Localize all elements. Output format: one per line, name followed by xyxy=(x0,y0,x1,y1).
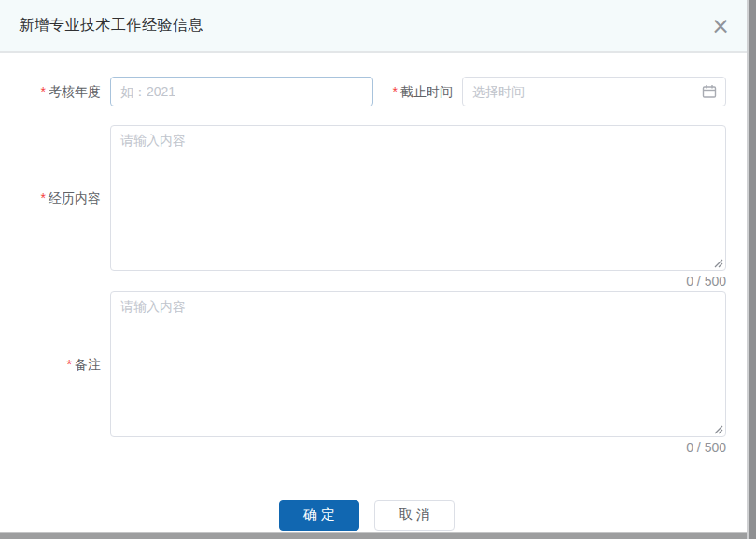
deadline-label-text: 截止时间 xyxy=(400,77,453,106)
deadline-label: *截止时间 xyxy=(373,77,462,106)
experience-label-text: 经历内容 xyxy=(49,191,101,206)
close-icon[interactable]: × xyxy=(711,15,730,37)
form-row-experience: *经历内容 xyxy=(17,125,726,271)
experience-label: *经历内容 xyxy=(17,183,110,213)
remark-textarea-wrap xyxy=(110,291,726,437)
deadline-date-picker xyxy=(462,77,726,106)
required-asterisk: * xyxy=(67,357,72,372)
confirm-button[interactable]: 确定 xyxy=(279,500,359,531)
assessment-year-label: *考核年度 xyxy=(17,77,110,106)
required-asterisk: * xyxy=(41,84,46,99)
remark-label-text: 备注 xyxy=(75,357,101,372)
horizontal-scrollbar[interactable] xyxy=(0,532,747,539)
deadline-input[interactable] xyxy=(462,77,726,106)
cancel-button[interactable]: 取消 xyxy=(374,500,455,531)
experience-char-counter: 0 / 500 xyxy=(17,271,726,291)
remark-label: *备注 xyxy=(17,349,110,379)
required-asterisk: * xyxy=(393,77,398,106)
form-row-remark: *备注 xyxy=(17,291,726,437)
vertical-scrollbar[interactable] xyxy=(747,0,756,539)
assessment-year-label-text: 考核年度 xyxy=(49,84,101,99)
assessment-year-input[interactable] xyxy=(110,77,373,106)
dialog-title: 新增专业技术工作经验信息 xyxy=(19,16,203,35)
remark-textarea[interactable] xyxy=(110,291,726,437)
dialog-form: *考核年度 *截止时间 *经历内容 xyxy=(0,53,756,531)
remark-char-counter: 0 / 500 xyxy=(17,437,726,458)
dialog-footer: 确定 取消 xyxy=(17,500,726,531)
dialog-header: 新增专业技术工作经验信息 × xyxy=(0,0,756,53)
modal-dialog: 新增专业技术工作经验信息 × *考核年度 *截止时间 xyxy=(0,0,756,539)
required-asterisk: * xyxy=(41,191,46,206)
experience-textarea[interactable] xyxy=(110,125,726,271)
experience-textarea-wrap xyxy=(110,125,726,271)
form-row-year-deadline: *考核年度 *截止时间 xyxy=(17,77,726,106)
